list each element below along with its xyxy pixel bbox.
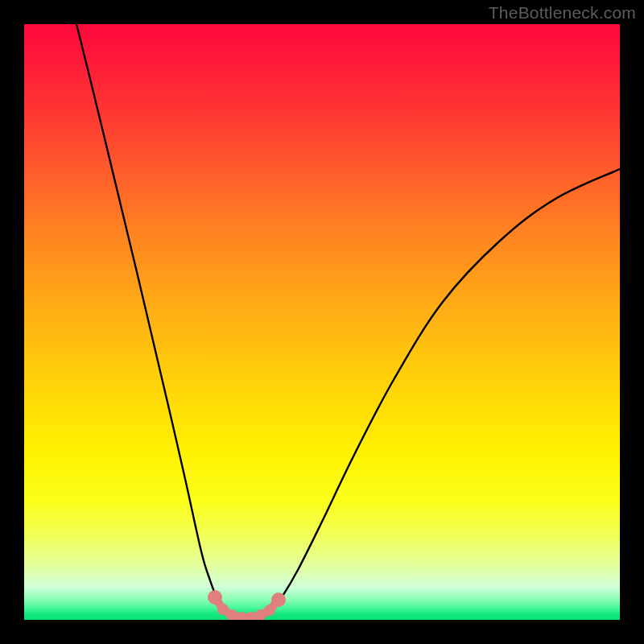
curve-layer xyxy=(24,24,620,620)
svg-point-7 xyxy=(271,592,286,607)
bottleneck-curve xyxy=(76,24,620,619)
valley-markers xyxy=(208,590,286,620)
chart-frame: TheBottleneck.com xyxy=(0,0,644,644)
plot-area xyxy=(24,24,620,620)
attribution-text: TheBottleneck.com xyxy=(489,3,636,23)
svg-point-6 xyxy=(264,605,275,616)
svg-point-0 xyxy=(208,590,222,605)
